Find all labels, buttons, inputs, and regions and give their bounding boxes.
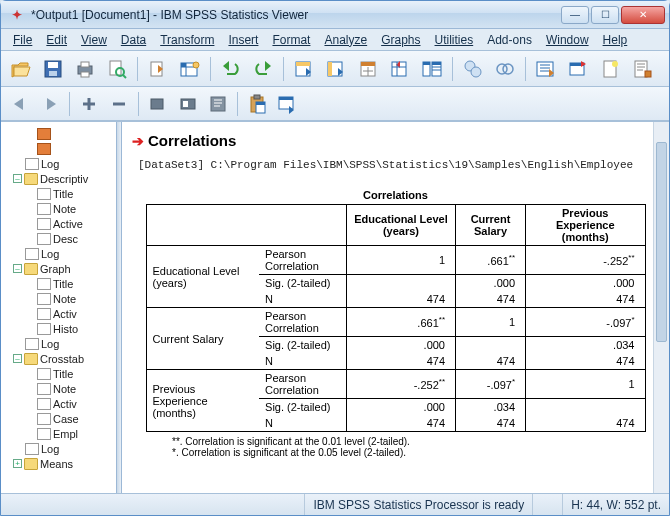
arrow-right-icon: ➔	[132, 133, 144, 149]
show-all-button[interactable]	[532, 55, 560, 83]
page-icon	[25, 248, 39, 260]
menu-window[interactable]: Window	[540, 31, 595, 49]
collapse-icon[interactable]: –	[13, 174, 22, 183]
insert-text-button[interactable]	[205, 91, 231, 117]
outline-label[interactable]: Log	[41, 443, 59, 455]
outline-label[interactable]: Log	[41, 338, 59, 350]
expand-icon[interactable]: +	[13, 459, 22, 468]
redo-button[interactable]	[249, 55, 277, 83]
cell: 474	[346, 353, 455, 370]
outline-label[interactable]: Activ	[53, 398, 77, 410]
dialog-recall-button[interactable]	[274, 91, 300, 117]
cell: .661**	[346, 308, 455, 337]
outline-label[interactable]: Title	[53, 368, 73, 380]
print-preview-button[interactable]	[103, 55, 131, 83]
menu-transform[interactable]: Transform	[154, 31, 220, 49]
new-button[interactable]	[596, 55, 624, 83]
goto-case-button[interactable]	[290, 55, 318, 83]
menu-graphs[interactable]: Graphs	[375, 31, 426, 49]
cell: 474	[346, 415, 455, 432]
designate-window-button[interactable]	[564, 55, 592, 83]
outline-label[interactable]: Active	[53, 218, 83, 230]
outline-label[interactable]: Note	[53, 293, 76, 305]
outline-label[interactable]: Activ	[53, 308, 77, 320]
select-cases-button[interactable]	[418, 55, 446, 83]
minimize-button[interactable]: —	[561, 6, 589, 24]
outline-label[interactable]: Empl	[53, 428, 78, 440]
nav-back-button[interactable]	[7, 91, 33, 117]
cell: .661**	[456, 246, 526, 275]
svg-point-33	[503, 64, 513, 74]
nav-forward-button[interactable]	[37, 91, 63, 117]
status-bar: IBM SPSS Statistics Processor is ready H…	[1, 493, 669, 515]
page-icon	[37, 203, 51, 215]
book-icon	[37, 128, 51, 140]
svg-rect-51	[256, 102, 265, 105]
outline-pane[interactable]: Log –Descriptiv Title Note Active Desc L…	[1, 122, 117, 493]
undo-button[interactable]	[217, 55, 245, 83]
outline-label[interactable]: Case	[53, 413, 79, 425]
dataset-path: [DataSet3] C:\Program Files\IBM\SPSS\Sta…	[138, 159, 659, 171]
print-button[interactable]	[71, 55, 99, 83]
outline-label[interactable]: Desc	[53, 233, 78, 245]
stat-label: N	[259, 291, 346, 308]
insert-title-button[interactable]	[175, 91, 201, 117]
viewer-pane[interactable]: ➔Correlations [DataSet3] C:\Program File…	[122, 122, 669, 493]
save-button[interactable]	[39, 55, 67, 83]
stat-label: Pearson Correlation	[259, 370, 346, 399]
outline-label[interactable]: Log	[41, 248, 59, 260]
outline-label[interactable]: Graph	[40, 263, 71, 275]
outline-label[interactable]: Descriptiv	[40, 173, 88, 185]
stat-label: Sig. (2-tailed)	[259, 337, 346, 354]
correlations-table[interactable]: Educational Level (years) Current Salary…	[146, 204, 646, 432]
run-descriptives-button[interactable]	[386, 55, 414, 83]
menu-analyze[interactable]: Analyze	[318, 31, 373, 49]
outline-label[interactable]: Log	[41, 158, 59, 170]
cell: 474	[526, 291, 645, 308]
use-sets-button[interactable]	[491, 55, 519, 83]
stat-label: Sig. (2-tailed)	[259, 275, 346, 292]
outline-label[interactable]: Means	[40, 458, 73, 470]
vertical-scrollbar[interactable]	[653, 122, 669, 493]
app-icon: ✦	[9, 7, 25, 23]
menu-format[interactable]: Format	[266, 31, 316, 49]
outline-label[interactable]: Note	[53, 203, 76, 215]
menu-insert[interactable]: Insert	[222, 31, 264, 49]
open-button[interactable]	[7, 55, 35, 83]
close-button[interactable]: ✕	[621, 6, 665, 24]
outline-label[interactable]: Note	[53, 383, 76, 395]
collapse-button[interactable]	[106, 91, 132, 117]
menu-addons[interactable]: Add-ons	[481, 31, 538, 49]
cell: .000	[346, 337, 455, 354]
svg-rect-4	[81, 62, 89, 67]
page-icon	[37, 308, 51, 320]
script-button[interactable]	[628, 55, 656, 83]
value-labels-button[interactable]	[459, 55, 487, 83]
menu-view[interactable]: View	[75, 31, 113, 49]
maximize-button[interactable]: ☐	[591, 6, 619, 24]
menu-data[interactable]: Data	[115, 31, 152, 49]
variables-button[interactable]	[354, 55, 382, 83]
menu-edit[interactable]: Edit	[40, 31, 73, 49]
menu-file[interactable]: File	[7, 31, 38, 49]
svg-point-14	[193, 62, 199, 68]
paste-button[interactable]	[244, 91, 270, 117]
expand-button[interactable]	[76, 91, 102, 117]
collapse-icon[interactable]: –	[13, 354, 22, 363]
outline-label[interactable]: Title	[53, 188, 73, 200]
section-heading: ➔Correlations	[132, 132, 659, 149]
menu-help[interactable]: Help	[597, 31, 634, 49]
collapse-icon[interactable]: –	[13, 264, 22, 273]
insert-heading-button[interactable]	[145, 91, 171, 117]
nav-toolbar	[1, 87, 669, 121]
stat-label: N	[259, 415, 346, 432]
outline-label[interactable]: Histo	[53, 323, 78, 335]
menu-utilities[interactable]: Utilities	[429, 31, 480, 49]
page-icon	[37, 188, 51, 200]
outline-label[interactable]: Crosstab	[40, 353, 84, 365]
outline-label[interactable]: Title	[53, 278, 73, 290]
goto-variable-button[interactable]	[322, 55, 350, 83]
goto-data-button[interactable]	[176, 55, 204, 83]
export-button[interactable]	[144, 55, 172, 83]
chart-icon	[37, 323, 51, 335]
